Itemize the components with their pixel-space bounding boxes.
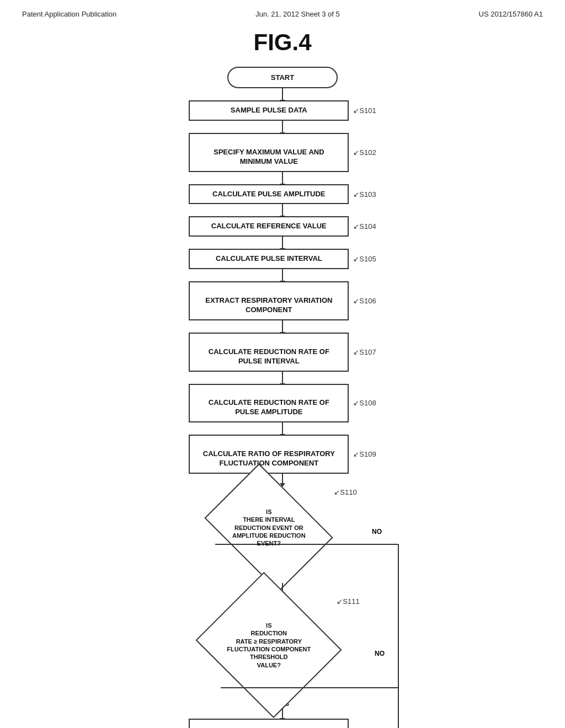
step-s106-label: ↙S106 — [353, 297, 376, 305]
step-s112: DETERMINE THAT APNEA EVENT OCCURS — [189, 719, 349, 728]
arrow-12 — [282, 709, 283, 719]
header-left: Patent Application Publication — [22, 10, 116, 18]
step-s101: SAMPLE PULSE DATA — [189, 100, 349, 121]
step-s108-row: CALCULATE REDUCTION RATE OF PULSE AMPLIT… — [189, 384, 376, 423]
diamond-s110-text: IS THERE INTERVAL REDUCTION EVENT OR AMP… — [222, 508, 316, 547]
step-s103: CALCULATE PULSE AMPLITUDE — [189, 184, 349, 205]
step-s102: SPECIFY MAXIMUM VALUE AND MINIMUM VALUE — [189, 133, 349, 172]
step-s109: CALCULATE RATIO OF RESPIRATORY FLUCTUATI… — [189, 435, 349, 474]
step-s107-row: CALCULATE REDUCTION RATE OF PULSE INTERV… — [189, 333, 376, 372]
step-s105-row: CALCULATE PULSE INTERVAL ↙S105 — [189, 249, 376, 269]
diamond-s110-row: IS THERE INTERVAL REDUCTION EVENT OR AMP… — [208, 484, 356, 572]
arrow-4 — [282, 204, 283, 216]
step-s108: CALCULATE REDUCTION RATE OF PULSE AMPLIT… — [189, 384, 349, 423]
flowchart: START SAMPLE PULSE DATA ↙S101 SPECIFY MA… — [0, 67, 565, 728]
step-s101-row: SAMPLE PULSE DATA ↙S101 — [189, 100, 376, 121]
page-header: Patent Application Publication Jun. 21, … — [0, 0, 565, 24]
arrow-2 — [282, 121, 283, 133]
s110-no-label: NO — [372, 528, 382, 536]
step-s102-label: ↙S102 — [353, 148, 376, 157]
diamond-s111-steplabel: ↙S111 — [337, 597, 359, 606]
header-center: Jun. 21, 2012 Sheet 3 of 5 — [255, 10, 340, 18]
step-s105-label: ↙S105 — [353, 255, 376, 263]
step-s107-label: ↙S107 — [353, 348, 376, 356]
step-s104: CALCULATE REFERENCE VALUE — [189, 216, 349, 237]
step-s104-row: CALCULATE REFERENCE VALUE ↙S104 — [189, 216, 376, 237]
arrow-5 — [282, 237, 283, 249]
header-right: US 2012/157860 A1 — [479, 10, 543, 18]
arrow-1 — [282, 88, 283, 100]
step-s108-label: ↙S108 — [353, 399, 376, 407]
arrow-7 — [282, 320, 283, 333]
step-s109-label: ↙S109 — [353, 450, 376, 458]
step-s104-label: ↙S104 — [353, 222, 376, 231]
step-s102-row: SPECIFY MAXIMUM VALUE AND MINIMUM VALUE … — [189, 133, 376, 172]
diamond-s111-text: IS REDUCTION RATE ≥ RESPIRATORY FLUCTUAT… — [222, 622, 316, 669]
diamond-s111: IS REDUCTION RATE ≥ RESPIRATORY FLUCTUAT… — [205, 593, 332, 698]
arrow-3 — [282, 172, 283, 184]
arrow-10 — [282, 474, 283, 484]
diamond-section: IS THERE INTERVAL REDUCTION EVENT OR AMP… — [95, 484, 470, 728]
arrow-9 — [282, 422, 283, 435]
step-s112-row: DETERMINE THAT APNEA EVENT OCCURS ↙S112 — [189, 719, 376, 728]
step-s107: CALCULATE REDUCTION RATE OF PULSE INTERV… — [189, 333, 349, 372]
arrow-8 — [282, 372, 283, 384]
s111-no-label: NO — [375, 650, 385, 657]
figure-title: FIG.4 — [0, 29, 565, 56]
start-row: START — [227, 67, 338, 88]
step-s103-label: ↙S103 — [353, 190, 376, 199]
step-s103-row: CALCULATE PULSE AMPLITUDE ↙S103 — [189, 184, 376, 205]
diamond-s111-row: IS REDUCTION RATE ≥ RESPIRATORY FLUCTUAT… — [205, 593, 359, 698]
step-s105: CALCULATE PULSE INTERVAL — [189, 249, 349, 269]
step-s106-row: EXTRACT RESPIRATORY VARIATION COMPONENT … — [189, 281, 376, 320]
step-s106: EXTRACT RESPIRATORY VARIATION COMPONENT — [189, 281, 349, 320]
step-s101-label: ↙S101 — [353, 106, 376, 115]
arrow-6 — [282, 269, 283, 281]
step-s109-row: CALCULATE RATIO OF RESPIRATORY FLUCTUATI… — [189, 435, 376, 474]
diamond-s110-steplabel: ↙S110 — [334, 488, 356, 496]
start-box: START — [227, 67, 338, 88]
diamond-s110: IS THERE INTERVAL REDUCTION EVENT OR AMP… — [208, 484, 329, 572]
